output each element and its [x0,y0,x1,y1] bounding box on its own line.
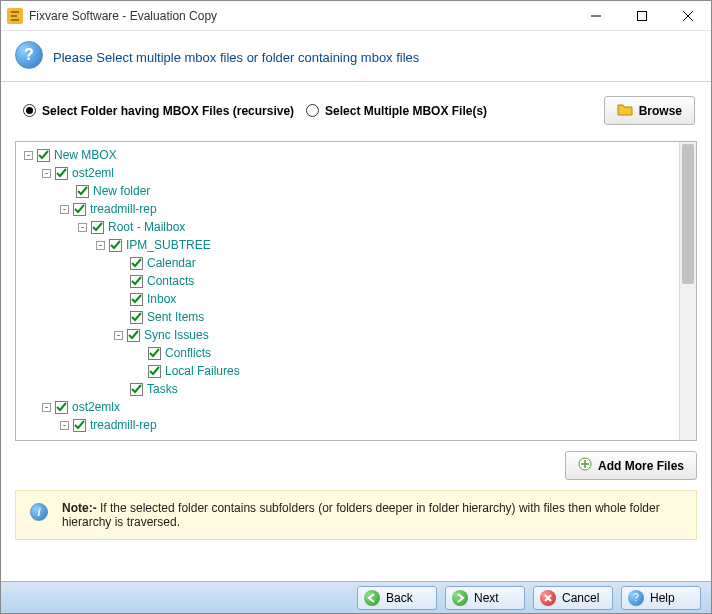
checkbox-checked[interactable] [130,275,143,288]
checkbox-checked[interactable] [55,401,68,414]
tree-node-ipm-subtree[interactable]: - IPM_SUBTREE [96,236,679,254]
titlebar: Fixvare Software - Evaluation Copy [1,1,711,31]
tree-node-sync-issues[interactable]: - Sync Issues [114,326,679,344]
collapse-icon[interactable]: - [96,241,105,250]
collapse-icon[interactable]: - [42,169,51,178]
radio-checked-icon [23,104,36,117]
note-body: If the selected folder contains subfolde… [62,501,660,529]
radio-folder-label: Select Folder having MBOX Files (recursi… [42,104,294,118]
checkbox-checked[interactable] [148,365,161,378]
selection-options: Select Folder having MBOX Files (recursi… [1,82,711,135]
plus-icon [578,457,592,474]
tree-leaf-icon [60,185,72,197]
tree-node-ost2eml[interactable]: - ost2eml [42,164,679,182]
checkbox-checked[interactable] [127,329,140,342]
tree-node-new-mbox[interactable]: - New MBOX [24,146,679,164]
back-button[interactable]: Back [357,586,437,610]
tree-node-new-folder[interactable]: New folder [60,182,679,200]
cancel-label: Cancel [562,591,599,605]
add-more-files-button[interactable]: Add More Files [565,451,697,480]
svg-rect-1 [638,11,647,20]
tree-node-calendar[interactable]: Calendar [114,254,679,272]
tree-node-tasks[interactable]: Tasks [114,380,679,398]
help-button[interactable]: ? Help [621,586,701,610]
window-minimize-button[interactable] [573,1,619,31]
browse-button[interactable]: Browse [604,96,695,125]
window-close-button[interactable] [665,1,711,31]
browse-label: Browse [639,104,682,118]
checkbox-checked[interactable] [37,149,50,162]
note-prefix: Note:- [62,501,97,515]
app-icon [7,8,23,24]
collapse-icon[interactable]: - [60,421,69,430]
header-text: Please Select multiple mbox files or fol… [53,46,419,65]
checkbox-checked[interactable] [148,347,161,360]
scrollbar-thumb[interactable] [682,144,694,284]
checkbox-checked[interactable] [130,383,143,396]
folder-tree-pane: - New MBOX - ost2eml [15,141,697,441]
checkbox-checked[interactable] [91,221,104,234]
tree-node-root-mailbox[interactable]: - Root - Mailbox [78,218,679,236]
checkbox-checked[interactable] [55,167,68,180]
collapse-icon[interactable]: - [42,403,51,412]
tree-node-treadmill-rep-2[interactable]: - treadmill-rep [60,416,679,434]
note-panel: i Note:- If the selected folder contains… [15,490,697,540]
radio-select-files[interactable]: Select Multiple MBOX File(s) [306,104,487,118]
back-label: Back [386,591,413,605]
tree-node-contacts[interactable]: Contacts [114,272,679,290]
checkbox-checked[interactable] [130,257,143,270]
scrollbar[interactable] [679,142,696,440]
cancel-icon [540,590,556,606]
collapse-icon[interactable]: - [114,331,123,340]
help-label: Help [650,591,675,605]
collapse-icon[interactable]: - [78,223,87,232]
collapse-icon[interactable]: - [60,205,69,214]
radio-unchecked-icon [306,104,319,117]
cancel-button[interactable]: Cancel [533,586,613,610]
radio-files-label: Select Multiple MBOX File(s) [325,104,487,118]
help-icon: ? [15,41,43,69]
checkbox-checked[interactable] [73,203,86,216]
info-icon: i [30,503,48,521]
page-header: ? Please Select multiple mbox files or f… [1,31,711,75]
checkbox-checked[interactable] [76,185,89,198]
checkbox-checked[interactable] [109,239,122,252]
tree-node-conflicts[interactable]: Conflicts [132,344,679,362]
next-label: Next [474,591,499,605]
checkbox-checked[interactable] [130,293,143,306]
arrow-left-icon [364,590,380,606]
question-icon: ? [628,590,644,606]
radio-select-folder[interactable]: Select Folder having MBOX Files (recursi… [23,104,294,118]
tree-node-sent-items[interactable]: Sent Items [114,308,679,326]
checkbox-checked[interactable] [73,419,86,432]
tree-node-inbox[interactable]: Inbox [114,290,679,308]
window-title: Fixvare Software - Evaluation Copy [29,9,573,23]
tree-node-ost2emlx[interactable]: - ost2emlx [42,398,679,416]
tree-node-treadmill-rep[interactable]: - treadmill-rep [60,200,679,218]
checkbox-checked[interactable] [130,311,143,324]
collapse-icon[interactable]: - [24,151,33,160]
add-more-files-label: Add More Files [598,459,684,473]
folder-open-icon [617,102,633,119]
window-maximize-button[interactable] [619,1,665,31]
tree-node-local-failures[interactable]: Local Failures [132,362,679,380]
next-button[interactable]: Next [445,586,525,610]
arrow-right-icon [452,590,468,606]
note-text: Note:- If the selected folder contains s… [62,501,682,529]
folder-tree[interactable]: - New MBOX - ost2eml [16,142,679,440]
wizard-footer: Back Next Cancel ? Help [1,581,711,613]
